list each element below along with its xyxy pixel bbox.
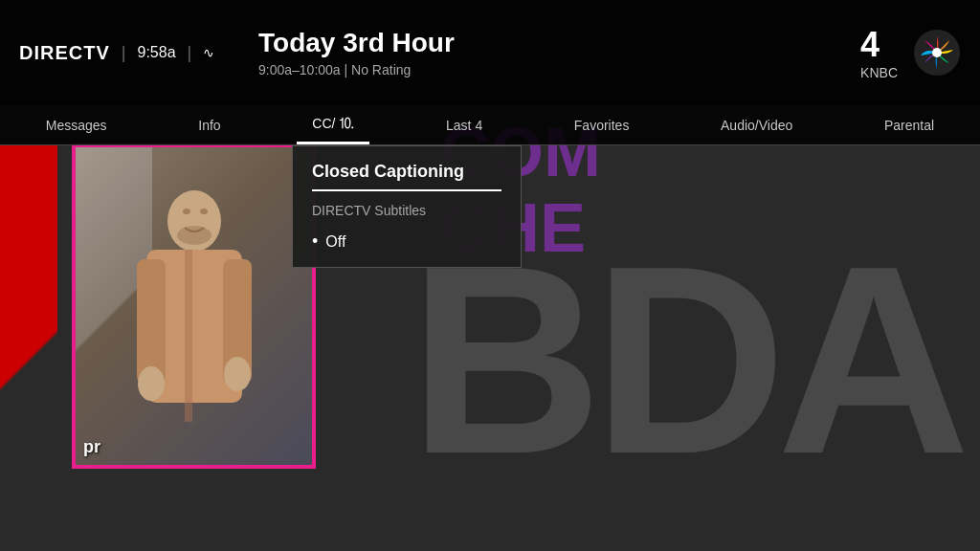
nav-cc[interactable]: CC/ ⒑ — [297, 105, 369, 144]
header-bar: DIRECTV | 9:58a | ∿ Today 3rd Hour 9:00a… — [0, 0, 980, 105]
svg-point-8 — [200, 209, 208, 214]
channel-info: 4 KNBC — [860, 25, 898, 80]
thumbnail-person — [76, 147, 312, 465]
header-time: 9:58a — [137, 44, 175, 61]
thumbnail-label: pr — [83, 437, 100, 457]
nav-messages[interactable]: Messages — [31, 105, 122, 144]
nbc-logo — [913, 29, 961, 77]
nav-info[interactable]: Info — [183, 105, 235, 144]
svg-point-4 — [138, 366, 165, 401]
cc-label: CC/ — [312, 116, 335, 131]
show-separator: | — [345, 62, 352, 77]
cc-icon: ⒑ — [339, 114, 354, 134]
header-right: 4 KNBC — [808, 25, 961, 80]
wifi-icon: ∿ — [203, 45, 214, 60]
nav-bar: Messages Info CC/ ⒑ Last 4 Favorites Aud… — [0, 105, 980, 145]
thumbnail-box: pr — [72, 143, 316, 469]
cc-option-off[interactable]: • Off — [312, 231, 501, 252]
nav-last4[interactable]: Last 4 — [431, 105, 498, 144]
nav-audio-video[interactable]: Audio/Video — [705, 105, 808, 144]
directv-logo: DIRECTV — [19, 42, 110, 64]
svg-point-5 — [224, 357, 251, 391]
nav-parental[interactable]: Parental — [869, 105, 949, 144]
show-details: 9:00a–10:00a | No Rating — [258, 62, 808, 77]
svg-rect-2 — [137, 259, 166, 384]
svg-point-7 — [183, 209, 190, 214]
show-time: 9:00a–10:00a — [258, 62, 341, 77]
channel-number: 4 — [860, 25, 898, 65]
diagonal-accent — [0, 145, 77, 528]
nav-favorites[interactable]: Favorites — [559, 105, 645, 144]
channel-name: KNBC — [860, 65, 898, 80]
header-separator-1: | — [122, 43, 126, 63]
cc-dropdown-subtitle: DIRECTV Subtitles — [312, 203, 501, 218]
svg-point-11 — [932, 48, 942, 57]
cc-dropdown-title: Closed Captioning — [312, 162, 501, 191]
header-separator-2: | — [188, 43, 192, 63]
show-rating: No Rating — [351, 62, 411, 77]
header-center: Today 3rd Hour 9:00a–10:00a | No Rating — [230, 28, 808, 77]
cc-option-off-label: Off — [325, 233, 345, 251]
header-left: DIRECTV | 9:58a | ∿ — [19, 42, 230, 64]
cc-bullet: • — [312, 231, 318, 252]
cc-dropdown: Closed Captioning DIRECTV Subtitles • Of… — [292, 145, 522, 268]
svg-rect-6 — [185, 250, 192, 422]
show-title: Today 3rd Hour — [258, 28, 808, 58]
svg-point-9 — [177, 226, 212, 245]
